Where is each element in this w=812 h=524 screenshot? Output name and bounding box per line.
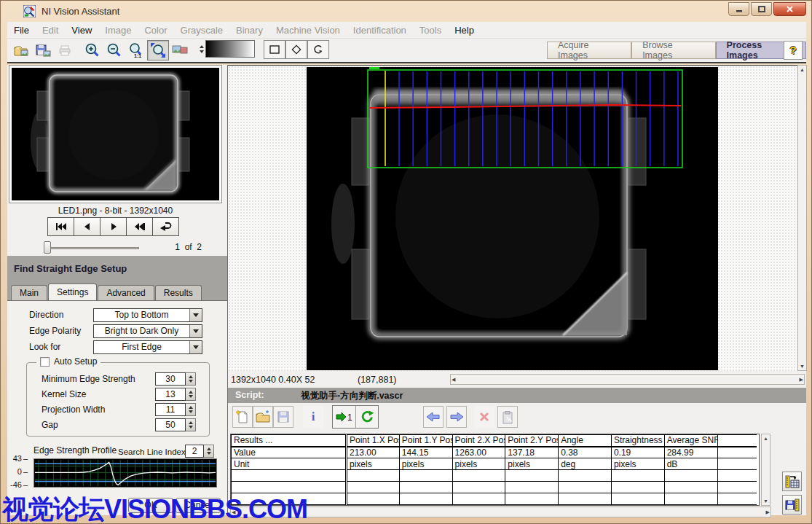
- tab-main[interactable]: Main: [11, 285, 47, 300]
- scroll-right-icon[interactable]: ▶: [766, 509, 770, 515]
- last-image-button[interactable]: [126, 217, 153, 236]
- tab-settings[interactable]: Settings: [48, 283, 97, 300]
- menu-machine-vision[interactable]: Machine Vision: [269, 25, 347, 36]
- results-row-label: Unit: [232, 458, 347, 470]
- script-toolbar: i 1: [228, 403, 806, 432]
- main-led-image[interactable]: [307, 67, 718, 370]
- first-image-button[interactable]: [47, 217, 74, 236]
- menu-image[interactable]: Image: [98, 25, 138, 36]
- paste-step-button[interactable]: [497, 406, 518, 428]
- direction-dropdown[interactable]: Top to Bottom: [93, 308, 202, 322]
- palette-gradient[interactable]: [205, 40, 255, 58]
- image-horizontal-scrollbar[interactable]: ◀ ▶: [450, 374, 805, 385]
- table-horizontal-scrollbar[interactable]: ◀ ▶: [230, 507, 771, 517]
- dropdown-arrow-icon[interactable]: [189, 325, 202, 337]
- roi-rectangle-tool[interactable]: [264, 40, 285, 59]
- run-loop-button[interactable]: [356, 406, 378, 428]
- menu-binary[interactable]: Binary: [229, 25, 269, 36]
- open-script-button[interactable]: [253, 406, 273, 428]
- min-edge-strength-stepper[interactable]: 30: [155, 372, 196, 386]
- new-script-button[interactable]: [232, 406, 253, 428]
- menu-file[interactable]: File: [7, 25, 36, 36]
- close-button[interactable]: [773, 2, 806, 16]
- setup-title: Find Straight Edge Setup: [14, 263, 127, 274]
- minimize-button[interactable]: [728, 2, 749, 16]
- results-column-header[interactable]: Point 2.Y Pos: [505, 435, 559, 447]
- roi-rotated-rect-tool[interactable]: [285, 40, 307, 59]
- menu-identification[interactable]: Identification: [347, 25, 413, 36]
- roi-annulus-tool[interactable]: [307, 40, 329, 59]
- menu-help[interactable]: Help: [448, 25, 481, 36]
- image-thumbnail[interactable]: [9, 66, 221, 203]
- image-navigation: [47, 217, 178, 236]
- scroll-down-icon[interactable]: ▼: [763, 498, 768, 504]
- results-column-header[interactable]: Angle: [559, 435, 612, 447]
- acquire-images-button[interactable]: Acquire Images: [547, 42, 631, 59]
- menu-edit[interactable]: Edit: [36, 25, 65, 36]
- step-back-button[interactable]: [423, 406, 444, 428]
- print-icon: [58, 44, 72, 57]
- info-button[interactable]: i: [303, 406, 323, 428]
- run-once-icon: 1: [335, 411, 354, 423]
- auto-setup-checkbox[interactable]: [40, 357, 50, 367]
- delete-step-button[interactable]: [474, 406, 494, 428]
- save-script-button[interactable]: [273, 406, 293, 428]
- image-slider-track[interactable]: [46, 247, 139, 249]
- scroll-up-icon[interactable]: ▲: [800, 66, 805, 73]
- results-column-header[interactable]: Point 1.X Pos: [347, 435, 400, 447]
- table-vertical-scrollbar[interactable]: ▲ ▼: [761, 434, 770, 506]
- scroll-left-icon[interactable]: ◀: [452, 376, 455, 383]
- print-image-button[interactable]: [54, 40, 76, 60]
- scroll-up-icon[interactable]: ▲: [763, 435, 768, 442]
- tab-results[interactable]: Results: [155, 285, 202, 300]
- palette-stepper[interactable]: [200, 45, 204, 53]
- run-once-button[interactable]: 1: [333, 406, 356, 428]
- profile-ytick-max: 43: [10, 454, 28, 463]
- menu-view[interactable]: View: [65, 25, 98, 36]
- send-results-button[interactable]: [782, 472, 802, 491]
- results-column-header[interactable]: Straightness: [611, 435, 664, 447]
- previous-image-button[interactable]: [74, 217, 100, 236]
- edge-polarity-dropdown[interactable]: Bright to Dark Only: [93, 324, 202, 338]
- menu-grayscale[interactable]: Grayscale: [174, 25, 230, 36]
- dropdown-arrow-icon[interactable]: [189, 309, 202, 321]
- forward-icon: [449, 412, 464, 422]
- search-line-index-stepper[interactable]: 2: [185, 445, 214, 458]
- return-icon: [159, 222, 173, 231]
- results-column-header[interactable]: Point 1.Y Pos: [399, 435, 452, 447]
- menu-tools[interactable]: Tools: [413, 25, 448, 36]
- image-viewport[interactable]: [228, 65, 797, 371]
- image-slider-thumb[interactable]: [44, 241, 51, 254]
- results-column-header[interactable]: Average SNR: [664, 435, 717, 447]
- menu-color[interactable]: Color: [138, 25, 173, 36]
- help-button[interactable]: ?: [784, 41, 803, 60]
- zoom-out-button[interactable]: [103, 40, 125, 60]
- return-button[interactable]: [152, 217, 179, 236]
- look-for-dropdown[interactable]: First Edge: [93, 340, 202, 354]
- projection-width-stepper[interactable]: 11: [155, 403, 196, 416]
- step-forward-button[interactable]: [446, 406, 467, 428]
- open-image-button[interactable]: [10, 40, 32, 60]
- tab-advanced[interactable]: Advanced: [98, 285, 154, 300]
- minimize-icon: [736, 6, 743, 12]
- save-results-button[interactable]: [782, 495, 802, 515]
- maximize-button[interactable]: [751, 2, 772, 16]
- kernel-size-stepper[interactable]: 13: [155, 388, 196, 401]
- dropdown-arrow-icon[interactable]: [189, 341, 202, 353]
- gap-label: Gap: [42, 418, 58, 431]
- results-table-container[interactable]: Results ...Point 1.X PosPoint 1.Y PosPoi…: [230, 434, 760, 506]
- zoom-fit-button[interactable]: [147, 40, 169, 60]
- results-cell: dB: [664, 458, 717, 470]
- save-image-button[interactable]: [32, 40, 54, 60]
- next-image-button[interactable]: [100, 217, 127, 236]
- image-vertical-scrollbar[interactable]: ▲ ▼: [797, 65, 807, 371]
- image-compare-button[interactable]: [169, 40, 191, 60]
- scroll-right-icon[interactable]: ▶: [800, 376, 803, 383]
- results-column-header[interactable]: Results ...: [232, 435, 347, 447]
- gap-stepper[interactable]: 50: [155, 418, 196, 431]
- zoom-in-button[interactable]: [82, 40, 103, 60]
- zoom-1-1-button[interactable]: 1:1: [125, 40, 147, 60]
- scroll-down-icon[interactable]: ▼: [800, 363, 805, 369]
- results-column-header[interactable]: Point 2.X Pos: [452, 435, 505, 447]
- browse-images-button[interactable]: Browse Images: [631, 42, 715, 59]
